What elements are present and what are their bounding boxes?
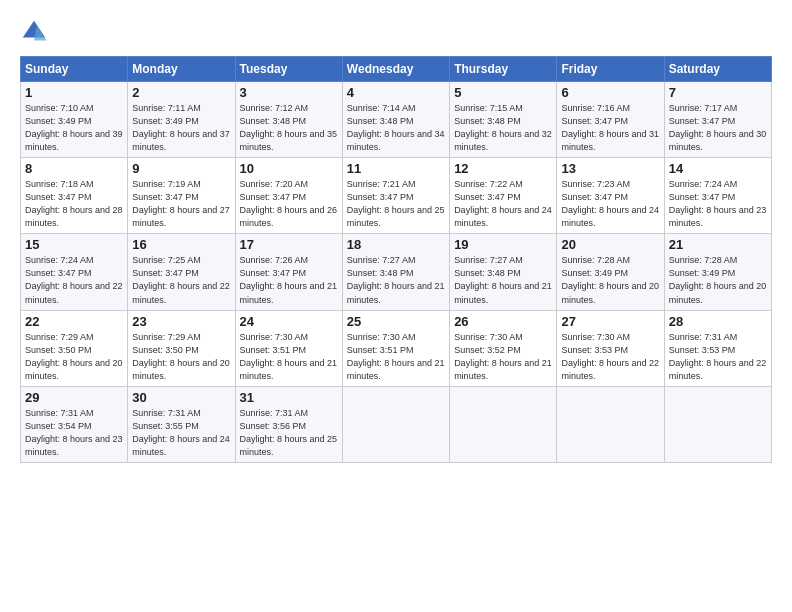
day-info: Sunrise: 7:19 AMSunset: 3:47 PMDaylight:… <box>132 179 230 228</box>
calendar-cell: 17 Sunrise: 7:26 AMSunset: 3:47 PMDaylig… <box>235 234 342 310</box>
calendar-cell: 25 Sunrise: 7:30 AMSunset: 3:51 PMDaylig… <box>342 310 449 386</box>
calendar-cell: 16 Sunrise: 7:25 AMSunset: 3:47 PMDaylig… <box>128 234 235 310</box>
calendar-cell: 26 Sunrise: 7:30 AMSunset: 3:52 PMDaylig… <box>450 310 557 386</box>
day-number: 4 <box>347 85 445 100</box>
column-header-tuesday: Tuesday <box>235 57 342 82</box>
day-number: 1 <box>25 85 123 100</box>
day-info: Sunrise: 7:25 AMSunset: 3:47 PMDaylight:… <box>132 255 230 304</box>
calendar-cell: 19 Sunrise: 7:27 AMSunset: 3:48 PMDaylig… <box>450 234 557 310</box>
calendar-cell <box>342 386 449 462</box>
calendar-week-4: 22 Sunrise: 7:29 AMSunset: 3:50 PMDaylig… <box>21 310 772 386</box>
calendar-cell: 8 Sunrise: 7:18 AMSunset: 3:47 PMDayligh… <box>21 158 128 234</box>
page-container: SundayMondayTuesdayWednesdayThursdayFrid… <box>0 0 792 473</box>
day-info: Sunrise: 7:30 AMSunset: 3:51 PMDaylight:… <box>347 332 445 381</box>
calendar-cell: 1 Sunrise: 7:10 AMSunset: 3:49 PMDayligh… <box>21 82 128 158</box>
calendar-cell: 23 Sunrise: 7:29 AMSunset: 3:50 PMDaylig… <box>128 310 235 386</box>
day-info: Sunrise: 7:16 AMSunset: 3:47 PMDaylight:… <box>561 103 659 152</box>
calendar-cell: 14 Sunrise: 7:24 AMSunset: 3:47 PMDaylig… <box>664 158 771 234</box>
day-number: 20 <box>561 237 659 252</box>
day-number: 21 <box>669 237 767 252</box>
calendar-table: SundayMondayTuesdayWednesdayThursdayFrid… <box>20 56 772 463</box>
day-number: 11 <box>347 161 445 176</box>
calendar-week-5: 29 Sunrise: 7:31 AMSunset: 3:54 PMDaylig… <box>21 386 772 462</box>
calendar-cell: 6 Sunrise: 7:16 AMSunset: 3:47 PMDayligh… <box>557 82 664 158</box>
day-number: 26 <box>454 314 552 329</box>
calendar-cell: 4 Sunrise: 7:14 AMSunset: 3:48 PMDayligh… <box>342 82 449 158</box>
calendar-cell: 28 Sunrise: 7:31 AMSunset: 3:53 PMDaylig… <box>664 310 771 386</box>
calendar-cell: 3 Sunrise: 7:12 AMSunset: 3:48 PMDayligh… <box>235 82 342 158</box>
calendar-cell: 11 Sunrise: 7:21 AMSunset: 3:47 PMDaylig… <box>342 158 449 234</box>
day-number: 6 <box>561 85 659 100</box>
calendar-cell <box>664 386 771 462</box>
day-info: Sunrise: 7:30 AMSunset: 3:53 PMDaylight:… <box>561 332 659 381</box>
calendar-cell: 5 Sunrise: 7:15 AMSunset: 3:48 PMDayligh… <box>450 82 557 158</box>
day-info: Sunrise: 7:24 AMSunset: 3:47 PMDaylight:… <box>669 179 767 228</box>
day-info: Sunrise: 7:28 AMSunset: 3:49 PMDaylight:… <box>561 255 659 304</box>
calendar-cell: 24 Sunrise: 7:30 AMSunset: 3:51 PMDaylig… <box>235 310 342 386</box>
day-number: 22 <box>25 314 123 329</box>
day-info: Sunrise: 7:27 AMSunset: 3:48 PMDaylight:… <box>454 255 552 304</box>
day-number: 17 <box>240 237 338 252</box>
day-number: 16 <box>132 237 230 252</box>
day-number: 25 <box>347 314 445 329</box>
column-header-thursday: Thursday <box>450 57 557 82</box>
day-info: Sunrise: 7:27 AMSunset: 3:48 PMDaylight:… <box>347 255 445 304</box>
day-info: Sunrise: 7:11 AMSunset: 3:49 PMDaylight:… <box>132 103 230 152</box>
day-info: Sunrise: 7:10 AMSunset: 3:49 PMDaylight:… <box>25 103 123 152</box>
day-info: Sunrise: 7:23 AMSunset: 3:47 PMDaylight:… <box>561 179 659 228</box>
day-info: Sunrise: 7:20 AMSunset: 3:47 PMDaylight:… <box>240 179 338 228</box>
day-number: 15 <box>25 237 123 252</box>
day-info: Sunrise: 7:30 AMSunset: 3:51 PMDaylight:… <box>240 332 338 381</box>
day-info: Sunrise: 7:17 AMSunset: 3:47 PMDaylight:… <box>669 103 767 152</box>
day-info: Sunrise: 7:21 AMSunset: 3:47 PMDaylight:… <box>347 179 445 228</box>
day-info: Sunrise: 7:22 AMSunset: 3:47 PMDaylight:… <box>454 179 552 228</box>
calendar-cell: 27 Sunrise: 7:30 AMSunset: 3:53 PMDaylig… <box>557 310 664 386</box>
calendar-cell: 20 Sunrise: 7:28 AMSunset: 3:49 PMDaylig… <box>557 234 664 310</box>
day-number: 14 <box>669 161 767 176</box>
day-info: Sunrise: 7:28 AMSunset: 3:49 PMDaylight:… <box>669 255 767 304</box>
calendar-week-3: 15 Sunrise: 7:24 AMSunset: 3:47 PMDaylig… <box>21 234 772 310</box>
header <box>20 18 772 46</box>
calendar-cell: 30 Sunrise: 7:31 AMSunset: 3:55 PMDaylig… <box>128 386 235 462</box>
day-number: 31 <box>240 390 338 405</box>
calendar-cell: 29 Sunrise: 7:31 AMSunset: 3:54 PMDaylig… <box>21 386 128 462</box>
day-number: 5 <box>454 85 552 100</box>
day-number: 18 <box>347 237 445 252</box>
calendar-cell: 13 Sunrise: 7:23 AMSunset: 3:47 PMDaylig… <box>557 158 664 234</box>
logo <box>20 18 52 46</box>
day-number: 12 <box>454 161 552 176</box>
column-header-saturday: Saturday <box>664 57 771 82</box>
calendar-cell: 12 Sunrise: 7:22 AMSunset: 3:47 PMDaylig… <box>450 158 557 234</box>
calendar-cell <box>450 386 557 462</box>
day-info: Sunrise: 7:31 AMSunset: 3:56 PMDaylight:… <box>240 408 338 457</box>
calendar-cell: 15 Sunrise: 7:24 AMSunset: 3:47 PMDaylig… <box>21 234 128 310</box>
day-info: Sunrise: 7:31 AMSunset: 3:53 PMDaylight:… <box>669 332 767 381</box>
calendar-cell: 18 Sunrise: 7:27 AMSunset: 3:48 PMDaylig… <box>342 234 449 310</box>
calendar-cell: 7 Sunrise: 7:17 AMSunset: 3:47 PMDayligh… <box>664 82 771 158</box>
column-header-friday: Friday <box>557 57 664 82</box>
day-number: 28 <box>669 314 767 329</box>
day-info: Sunrise: 7:12 AMSunset: 3:48 PMDaylight:… <box>240 103 338 152</box>
day-number: 24 <box>240 314 338 329</box>
day-number: 19 <box>454 237 552 252</box>
day-number: 7 <box>669 85 767 100</box>
day-info: Sunrise: 7:15 AMSunset: 3:48 PMDaylight:… <box>454 103 552 152</box>
day-number: 13 <box>561 161 659 176</box>
day-info: Sunrise: 7:29 AMSunset: 3:50 PMDaylight:… <box>25 332 123 381</box>
day-info: Sunrise: 7:18 AMSunset: 3:47 PMDaylight:… <box>25 179 123 228</box>
day-info: Sunrise: 7:29 AMSunset: 3:50 PMDaylight:… <box>132 332 230 381</box>
day-number: 2 <box>132 85 230 100</box>
day-number: 27 <box>561 314 659 329</box>
day-number: 9 <box>132 161 230 176</box>
day-info: Sunrise: 7:24 AMSunset: 3:47 PMDaylight:… <box>25 255 123 304</box>
calendar-cell: 22 Sunrise: 7:29 AMSunset: 3:50 PMDaylig… <box>21 310 128 386</box>
calendar-cell: 10 Sunrise: 7:20 AMSunset: 3:47 PMDaylig… <box>235 158 342 234</box>
calendar-cell <box>557 386 664 462</box>
column-header-monday: Monday <box>128 57 235 82</box>
day-info: Sunrise: 7:30 AMSunset: 3:52 PMDaylight:… <box>454 332 552 381</box>
calendar-week-2: 8 Sunrise: 7:18 AMSunset: 3:47 PMDayligh… <box>21 158 772 234</box>
logo-icon <box>20 18 48 46</box>
calendar-week-1: 1 Sunrise: 7:10 AMSunset: 3:49 PMDayligh… <box>21 82 772 158</box>
day-number: 3 <box>240 85 338 100</box>
column-header-sunday: Sunday <box>21 57 128 82</box>
